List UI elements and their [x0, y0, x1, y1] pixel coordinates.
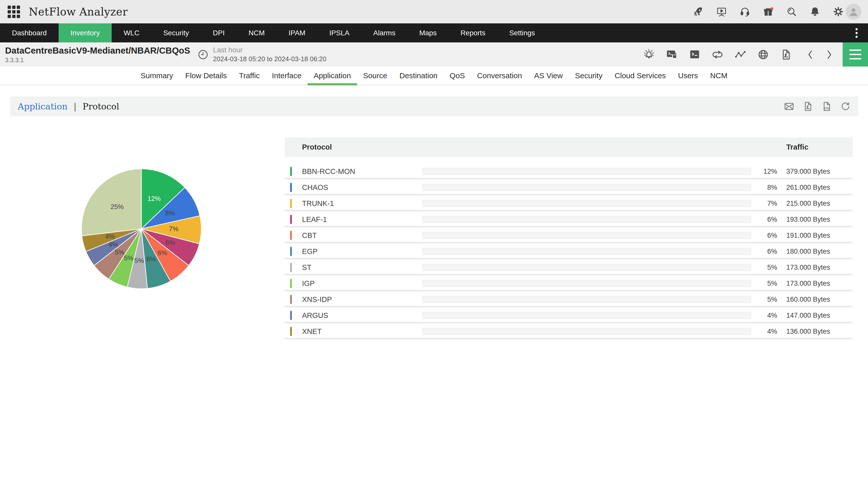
clock-icon[interactable] — [197, 49, 209, 60]
protocol-name[interactable]: XNET — [302, 324, 321, 339]
tab-summary[interactable]: Summary — [134, 66, 179, 85]
pie-slice-others[interactable] — [82, 169, 142, 236]
email-icon[interactable] — [784, 101, 795, 112]
protocol-name[interactable]: BBN-RCC-MON — [302, 163, 355, 180]
nav-item-security[interactable]: Security — [151, 23, 201, 42]
rocket-icon[interactable] — [693, 6, 704, 17]
table-row[interactable]: BBN-RCC-MON12%379.000 Bytes — [285, 163, 853, 180]
tab-as-view[interactable]: AS View — [528, 66, 569, 85]
prev-device-chevron-left-icon[interactable] — [806, 50, 815, 60]
table-row[interactable]: CHAOS8%261.000 Bytes — [285, 180, 853, 195]
traffic-bytes: 191.000 Bytes — [786, 228, 830, 244]
tab-source[interactable]: Source — [357, 66, 393, 85]
traffic-pulse-icon[interactable] — [735, 49, 746, 60]
tab-traffic[interactable]: Traffic — [233, 66, 266, 85]
traffic-percent: 7% — [739, 195, 777, 212]
pdf-report-icon[interactable] — [780, 49, 792, 60]
protocol-name[interactable]: CBT — [302, 228, 317, 244]
table-row[interactable]: ARGUS4%147.000 Bytes — [285, 307, 853, 324]
headset-icon[interactable] — [740, 6, 750, 17]
nav-item-ncm[interactable]: NCM — [237, 23, 277, 42]
table-row[interactable]: EGP6%180.000 Bytes — [285, 244, 853, 260]
traffic-bytes: 215.000 Bytes — [786, 195, 830, 212]
nav-item-settings[interactable]: Settings — [497, 23, 547, 42]
table-row[interactable]: ST5%173.000 Bytes — [285, 260, 853, 275]
device-menu-button[interactable] — [843, 42, 868, 66]
gift-icon[interactable] — [763, 6, 774, 17]
nav-item-wlc[interactable]: WLC — [112, 23, 151, 42]
loop-icon[interactable] — [712, 49, 723, 60]
protocol-name[interactable]: ARGUS — [302, 307, 328, 324]
pie-slice-label: 25% — [111, 203, 124, 211]
table-row[interactable]: XNS-IDP5%160.000 Bytes — [285, 292, 853, 307]
protocol-color-bar — [290, 167, 292, 176]
table-row[interactable]: IGP5%173.000 Bytes — [285, 275, 853, 292]
protocol-color-bar — [290, 311, 292, 320]
table-row[interactable]: LEAF-16%193.000 Bytes — [285, 212, 853, 228]
user-icon — [847, 6, 860, 18]
tab-flow-details[interactable]: Flow Details — [179, 66, 233, 85]
nav-item-ipsla[interactable]: IPSLA — [317, 23, 361, 42]
nav-item-dashboard[interactable]: Dashboard — [0, 23, 59, 42]
nav-item-dpi[interactable]: DPI — [201, 23, 237, 42]
nav-overflow-kebab-icon[interactable] — [845, 23, 868, 42]
protocol-name[interactable]: ST — [302, 260, 311, 275]
app-grid-icon[interactable] — [8, 6, 20, 18]
csv-export-icon[interactable]: CSV — [821, 101, 832, 112]
notification-bell-icon[interactable] — [810, 6, 820, 17]
globe-icon[interactable] — [757, 49, 769, 60]
tab-cloud-services[interactable]: Cloud Services — [609, 66, 672, 85]
breadcrumb-separator: | — [73, 101, 76, 112]
settings-gear-icon[interactable] — [833, 6, 844, 17]
protocol-name[interactable]: TRUNK-1 — [302, 195, 334, 212]
traffic-percent: 6% — [739, 228, 777, 244]
user-avatar[interactable] — [846, 4, 861, 20]
pdf-export-icon[interactable] — [803, 101, 813, 112]
protocol-name[interactable]: EGP — [302, 244, 317, 260]
refresh-icon[interactable] — [840, 101, 851, 112]
breadcrumb-current: Protocol — [83, 101, 119, 112]
nav-item-maps[interactable]: Maps — [407, 23, 448, 42]
traffic-bytes: 160.000 Bytes — [786, 292, 830, 307]
ssh-terminal-icon[interactable] — [666, 49, 678, 60]
demo-video-icon[interactable] — [716, 6, 727, 17]
alarm-icon[interactable] — [643, 49, 655, 60]
column-header-protocol[interactable]: Protocol — [302, 138, 332, 157]
protocol-color-bar — [290, 183, 292, 192]
traffic-bytes: 261.000 Bytes — [786, 180, 830, 195]
protocol-name[interactable]: CHAOS — [302, 180, 328, 195]
protocol-name[interactable]: LEAF-1 — [302, 212, 327, 228]
protocol-name[interactable]: XNS-IDP — [302, 292, 332, 307]
nav-item-ipam[interactable]: IPAM — [277, 23, 317, 42]
tab-destination[interactable]: Destination — [393, 66, 444, 85]
traffic-percent: 4% — [739, 324, 777, 339]
report-actions: CSV — [784, 101, 851, 112]
nav-item-alarms[interactable]: Alarms — [362, 23, 407, 42]
column-header-traffic[interactable]: Traffic — [786, 138, 808, 157]
next-device-chevron-right-icon[interactable] — [825, 50, 834, 60]
table-header: Protocol Traffic — [285, 138, 853, 157]
tab-users[interactable]: Users — [672, 66, 704, 85]
time-period-label[interactable]: Last hour — [213, 46, 327, 54]
protocol-color-bar — [290, 279, 292, 288]
table-row[interactable]: TRUNK-17%215.000 Bytes — [285, 195, 853, 212]
traffic-bar-track — [422, 296, 751, 303]
tab-interface[interactable]: Interface — [266, 66, 308, 85]
breadcrumb-category[interactable]: Application — [18, 101, 67, 112]
table-row[interactable]: CBT6%191.000 Bytes — [285, 228, 853, 244]
table-row[interactable]: XNET4%136.000 Bytes — [285, 324, 853, 339]
tab-security[interactable]: Security — [569, 66, 608, 85]
search-icon[interactable] — [786, 6, 797, 17]
terminal-icon[interactable] — [689, 49, 701, 60]
protocol-pie-chart[interactable]: 12%8%7%6%6%6%5%5%5%4%4%25% — [81, 169, 202, 289]
protocol-name[interactable]: IGP — [302, 275, 315, 292]
nav-item-inventory[interactable]: Inventory — [59, 23, 112, 42]
traffic-bar-track — [422, 184, 751, 191]
traffic-percent: 6% — [739, 212, 777, 228]
pie-slice-label: 5% — [115, 248, 124, 256]
nav-item-reports[interactable]: Reports — [448, 23, 497, 42]
tab-ncm[interactable]: NCM — [704, 66, 734, 85]
tab-conversation[interactable]: Conversation — [471, 66, 528, 85]
tab-qos[interactable]: QoS — [444, 66, 471, 85]
tab-application[interactable]: Application — [308, 66, 357, 85]
